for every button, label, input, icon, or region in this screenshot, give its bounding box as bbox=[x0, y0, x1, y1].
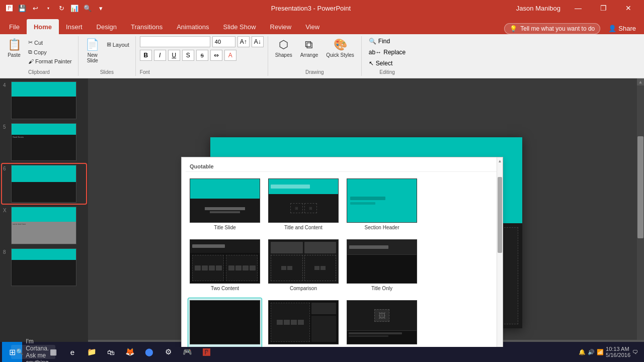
font-size-decrease-button[interactable]: A↓ bbox=[252, 36, 264, 47]
copy-button[interactable]: ⧉ Copy bbox=[26, 48, 74, 56]
undo-icon[interactable]: ↩ bbox=[30, 3, 40, 13]
chrome-icon[interactable]: ⬤ bbox=[140, 343, 158, 361]
volume-icon[interactable]: 🔊 bbox=[588, 349, 595, 355]
main-area: 4 5 Sand Dunes 6 bbox=[0, 78, 644, 347]
format-painter-button[interactable]: 🖌 Format Painter bbox=[26, 57, 74, 65]
redo-icon[interactable]: ↻ bbox=[56, 3, 66, 13]
char-spacing-button[interactable]: ⇔ bbox=[210, 50, 222, 61]
layout-item-title-only[interactable]: Title Only bbox=[345, 237, 419, 294]
store-icon[interactable]: 🛍 bbox=[102, 343, 120, 361]
layout-item-title-slide[interactable]: Title Slide bbox=[188, 176, 262, 233]
scroll-thumb-v[interactable] bbox=[637, 136, 643, 238]
tab-view[interactable]: View bbox=[298, 19, 327, 34]
replace-icon: ab↔ bbox=[369, 49, 381, 56]
replace-button[interactable]: ab↔ Replace bbox=[366, 47, 409, 57]
network-icon[interactable]: 📶 bbox=[597, 349, 604, 355]
font-color-button[interactable]: A bbox=[224, 50, 236, 61]
tab-home[interactable]: Home bbox=[27, 19, 59, 34]
save-icon[interactable]: 💾 bbox=[17, 3, 27, 13]
tab-review[interactable]: Review bbox=[263, 19, 299, 34]
tab-file[interactable]: File bbox=[2, 19, 27, 34]
font-name-input[interactable] bbox=[140, 36, 210, 47]
notification-bell-icon[interactable]: 🗨 bbox=[632, 349, 638, 355]
layout-item-content-caption[interactable]: Content with Caption bbox=[266, 298, 341, 347]
font-row-2: B I U S s ⇔ A bbox=[140, 50, 264, 61]
shapes-button[interactable]: ⬡ Shapes bbox=[272, 36, 295, 60]
layout-button[interactable]: ⊞ Layout bbox=[105, 40, 131, 49]
time: 10:13 AM bbox=[606, 346, 630, 352]
settings-icon[interactable]: ⚙ bbox=[159, 343, 177, 361]
font-size-increase-button[interactable]: A↑ bbox=[237, 36, 250, 47]
minimize-button[interactable]: — bbox=[567, 0, 590, 16]
date: 5/16/2016 bbox=[606, 352, 630, 358]
firefox-icon[interactable]: 🦊 bbox=[121, 343, 139, 361]
layout-item-picture-caption[interactable]: 🖼 Picture with Caption bbox=[345, 298, 419, 347]
cut-button[interactable]: ✂ Cut bbox=[26, 38, 74, 47]
layout-thumb-title-slide bbox=[190, 178, 260, 223]
editing-content: 🔍 Find ab↔ Replace ↖ Select bbox=[366, 36, 409, 69]
notification-icon[interactable]: 🔔 bbox=[579, 349, 586, 355]
underline-button[interactable]: U bbox=[168, 50, 180, 61]
slide-thumb-6[interactable]: 6 bbox=[2, 164, 86, 204]
canvas-vertical-scrollbar[interactable]: ▲ ▼ bbox=[637, 78, 644, 347]
layout-item-two-content[interactable]: Two Content bbox=[188, 237, 262, 294]
tab-design[interactable]: Design bbox=[90, 19, 124, 34]
slide-preview-x: some text here bbox=[11, 207, 76, 244]
dropdown-scrollbar[interactable]: ▲ ▼ bbox=[497, 157, 503, 347]
presentation-icon[interactable]: 📊 bbox=[69, 3, 79, 13]
italic-button[interactable]: I bbox=[154, 50, 166, 61]
shapes-icon: ⬡ bbox=[279, 38, 288, 51]
paste-label: Paste bbox=[8, 52, 21, 58]
slide-num-8: 8 bbox=[3, 249, 9, 255]
tab-slideshow[interactable]: Slide Show bbox=[216, 19, 263, 34]
dropdown-scroll-up[interactable]: ▲ bbox=[497, 157, 503, 164]
edge-browser-icon[interactable]: e bbox=[63, 343, 82, 361]
find-button[interactable]: 🔍 Find bbox=[366, 36, 409, 46]
file-explorer-icon[interactable]: 📁 bbox=[83, 343, 101, 361]
select-button[interactable]: ↖ Select bbox=[366, 58, 409, 68]
layout-thumb-picture-caption: 🖼 bbox=[347, 300, 417, 344]
titlebar-title: Presentation3 - PowerPoint bbox=[271, 5, 351, 12]
strikethrough-button[interactable]: s bbox=[196, 50, 208, 61]
scroll-up-arrow[interactable]: ▲ bbox=[637, 78, 644, 85]
layout-item-blank[interactable]: Blank Blank bbox=[188, 298, 262, 347]
layout-label-title-only: Title Only bbox=[371, 286, 392, 291]
layout-thumb-section-header bbox=[347, 178, 417, 223]
slide-preview-6 bbox=[11, 165, 76, 203]
layout-item-comparison[interactable]: Comparison bbox=[266, 237, 341, 294]
slide-thumb-4[interactable]: 4 bbox=[2, 80, 86, 120]
slide-num-x: X bbox=[3, 208, 9, 213]
layout-thumb-two-content bbox=[190, 239, 260, 284]
slide-thumb-x[interactable]: X some text here bbox=[2, 206, 86, 245]
tell-me-box[interactable]: 💡 Find Tell me what you want to do bbox=[504, 23, 600, 34]
slide-num-6: 6 bbox=[3, 166, 9, 171]
share-button[interactable]: 👤 Share bbox=[604, 23, 640, 34]
cortana-search-button[interactable]: 🔍 I'm Cortana. Ask me anything. bbox=[23, 342, 43, 362]
clipboard-group: 📋 Paste ✂ Cut ⧉ Copy 🖌 Format Painter Cl… bbox=[0, 36, 78, 76]
arrange-button[interactable]: ⧉ Arrange bbox=[297, 36, 321, 60]
undo-dropdown-icon[interactable]: ▾ bbox=[43, 3, 53, 13]
customize-icon[interactable]: ▾ bbox=[96, 3, 106, 13]
layout-label-two-content: Two Content bbox=[211, 286, 239, 291]
shadow-button[interactable]: S bbox=[182, 50, 194, 61]
titlebar-controls: Jason Manibog — ❐ ✕ bbox=[516, 0, 640, 16]
quick-styles-button[interactable]: 🎨 Quick Styles bbox=[323, 36, 357, 60]
slide-thumb-8[interactable]: 8 bbox=[2, 247, 86, 287]
restore-button[interactable]: ❐ bbox=[592, 0, 615, 16]
new-slide-button[interactable]: 📄 New Slide bbox=[83, 36, 103, 65]
task-view-button[interactable]: ▦ bbox=[44, 343, 62, 361]
dropdown-scroll-thumb[interactable] bbox=[498, 177, 502, 253]
font-size-input[interactable] bbox=[212, 36, 235, 47]
slide-thumb-5[interactable]: 5 Sand Dunes bbox=[2, 122, 86, 162]
bold-button[interactable]: B bbox=[140, 50, 152, 61]
screenshot-icon[interactable]: 🔍 bbox=[83, 3, 93, 13]
close-button[interactable]: ✕ bbox=[617, 0, 640, 16]
layout-item-title-content[interactable]: ⊞ ⊞ Title and Content bbox=[266, 176, 341, 233]
tab-animations[interactable]: Animations bbox=[170, 19, 216, 34]
layout-thumb-comparison bbox=[268, 239, 339, 284]
select-icon: ↖ bbox=[369, 60, 374, 67]
tab-transitions[interactable]: Transitions bbox=[124, 19, 170, 34]
tab-insert[interactable]: Insert bbox=[59, 19, 90, 34]
paste-button[interactable]: 📋 Paste bbox=[4, 36, 24, 60]
layout-item-section-header[interactable]: Section Header bbox=[345, 176, 419, 233]
